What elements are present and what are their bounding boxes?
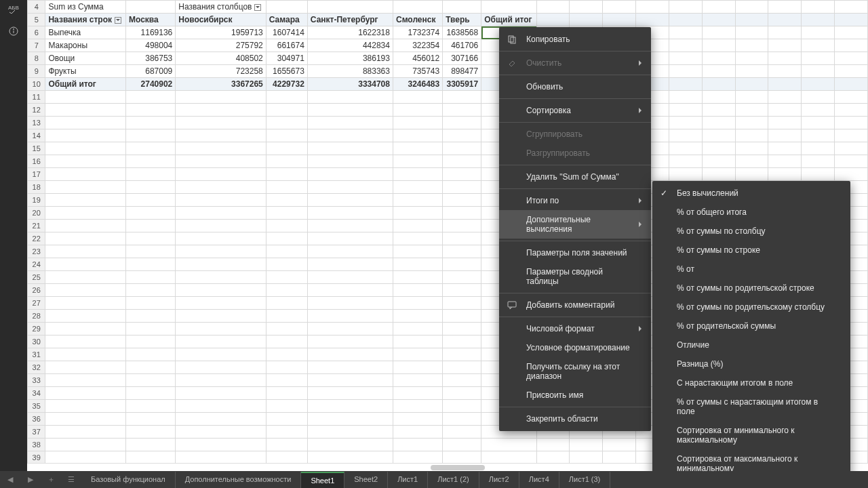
cell[interactable] [45,284,126,297]
sheet-tab[interactable]: Sheet1 [301,472,344,488]
cell[interactable] [126,142,176,155]
menu-item[interactable]: Обновить [499,77,651,96]
cell[interactable] [307,117,393,129]
cell[interactable] [393,155,442,168]
cell[interactable] [768,142,802,155]
cell[interactable] [669,91,702,104]
cell[interactable] [443,361,481,374]
cell[interactable] [126,220,176,232]
cell[interactable]: Москва [126,14,176,26]
cell[interactable] [307,439,393,451]
cell[interactable] [393,181,442,194]
add-sheet-button[interactable]: ＋ [41,474,61,485]
cell[interactable]: 661674 [266,39,307,52]
cell[interactable] [443,387,481,400]
cell[interactable] [393,284,442,297]
cell[interactable] [702,104,735,117]
cell[interactable] [45,439,126,451]
cell[interactable] [393,348,442,361]
cell[interactable] [45,207,126,220]
cell[interactable]: 1169136 [126,26,176,39]
cell[interactable] [835,91,868,104]
cell[interactable] [835,65,868,78]
cell[interactable] [307,271,393,284]
cell[interactable]: 687009 [126,65,176,78]
menu-item[interactable]: Разница (%) [652,354,850,373]
cell[interactable] [768,1,802,14]
cell[interactable] [835,26,868,39]
cell[interactable] [570,14,603,26]
menu-item[interactable]: % от родительской суммы [652,317,850,336]
cell[interactable] [393,400,442,413]
cell[interactable] [266,387,307,400]
cell[interactable] [669,168,702,181]
cell[interactable] [126,374,176,387]
cell[interactable]: 883363 [307,65,393,78]
row-header[interactable]: 31 [28,348,45,361]
cell[interactable] [266,426,307,439]
cell[interactable] [45,91,126,104]
cell[interactable] [266,361,307,374]
cell[interactable] [45,374,126,387]
cell[interactable] [393,387,442,400]
cell[interactable] [536,1,570,14]
row-header[interactable]: 29 [28,323,45,336]
cell[interactable]: 307166 [443,52,481,65]
cell[interactable]: Тверь [443,14,481,26]
cell[interactable] [266,374,307,387]
cell[interactable] [266,271,307,284]
cell[interactable]: Выпечка [45,26,126,39]
cell[interactable]: 442834 [307,39,393,52]
cell[interactable] [176,400,267,413]
cell[interactable]: 408502 [176,52,267,65]
cell[interactable]: 3246483 [393,78,442,91]
cell[interactable] [802,91,835,104]
cell[interactable] [266,232,307,245]
cell[interactable] [768,26,802,39]
cell[interactable] [393,310,442,323]
cell[interactable] [603,451,636,464]
cell[interactable] [669,1,702,14]
cell[interactable] [45,104,126,117]
cell[interactable] [735,14,768,26]
cell[interactable] [443,323,481,336]
cell[interactable] [266,1,307,14]
cell[interactable] [45,194,126,207]
cell[interactable] [802,1,835,14]
cell[interactable] [266,413,307,426]
cell[interactable] [603,1,636,14]
cell[interactable] [45,426,126,439]
cell[interactable] [307,323,393,336]
prev-sheet-button[interactable]: ◀ [0,475,20,484]
cell[interactable] [443,232,481,245]
cell[interactable] [768,65,802,78]
cell[interactable] [768,39,802,52]
row-header[interactable]: 32 [28,361,45,374]
row-header[interactable]: 34 [28,387,45,400]
cell[interactable] [443,451,481,464]
cell[interactable] [702,39,735,52]
cell[interactable] [266,245,307,258]
cell[interactable] [126,451,176,464]
cell[interactable] [768,168,802,181]
cell[interactable] [393,271,442,284]
cell[interactable] [835,39,868,52]
cell[interactable] [443,245,481,258]
cell[interactable] [768,78,802,91]
cell[interactable] [45,297,126,310]
cell[interactable] [669,142,702,155]
sheet-tab[interactable]: Дополнительные возможности [176,472,302,488]
cell[interactable] [669,14,702,26]
cell[interactable] [443,297,481,310]
cell[interactable] [176,451,267,464]
cell[interactable] [126,348,176,361]
cell[interactable] [176,91,267,104]
cell[interactable] [45,258,126,271]
cell[interactable] [768,129,802,142]
row-header[interactable]: 16 [28,155,45,168]
cell[interactable]: 3305917 [443,78,481,91]
menu-item[interactable]: Условное форматирование [499,338,651,357]
cell[interactable] [176,104,267,117]
menu-item[interactable]: Сортировка от минимального к максимально… [652,421,850,449]
cell[interactable] [702,155,735,168]
